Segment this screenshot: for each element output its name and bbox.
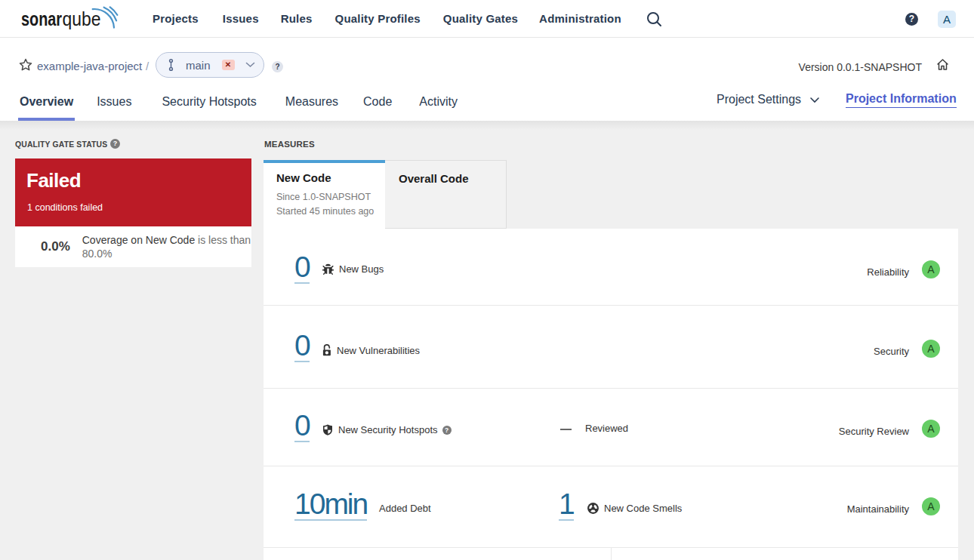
svg-text:qube: qube — [63, 8, 101, 30]
svg-text:sonar: sonar — [21, 8, 62, 30]
